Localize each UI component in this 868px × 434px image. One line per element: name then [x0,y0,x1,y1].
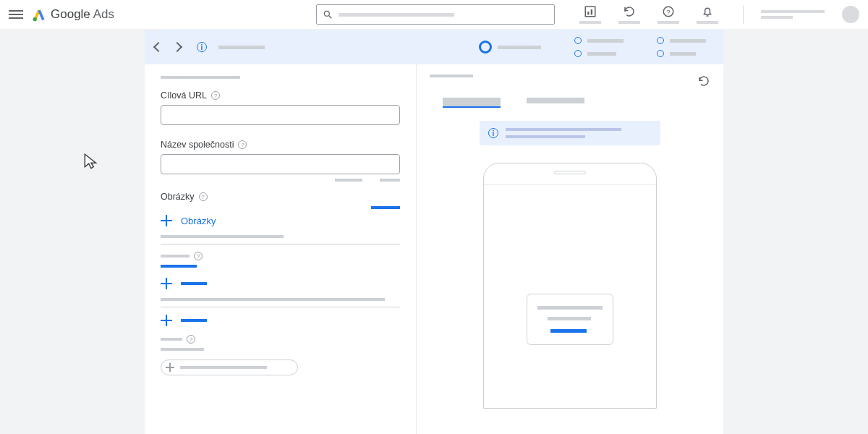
step-2[interactable] [574,37,624,57]
images-label: Obrázky? [161,192,400,202]
refresh-icon [623,5,636,18]
search-icon [323,9,333,20]
svg-rect-5 [591,9,592,15]
plus-icon [161,215,172,226]
step-3[interactable] [657,37,706,57]
ad-form: Cílová URL? Název společnosti? Obrázky? … [145,64,416,434]
info-icon: i [488,128,498,138]
svg-rect-3 [585,7,595,17]
section-label-2: ? [161,335,400,344]
hamburger-menu-icon[interactable] [9,10,23,19]
url-label: Cílová URL? [161,90,400,101]
reports-button[interactable] [579,5,601,24]
help-icon[interactable]: ? [199,192,208,201]
step-current [479,41,541,54]
logo: Google Ads [32,7,114,22]
company-label: Název společnosti? [161,140,400,150]
info-icon[interactable]: i [197,42,207,52]
phone-mockup [483,163,657,409]
plus-icon [166,363,174,372]
svg-point-1 [324,11,329,16]
help-button[interactable]: ? [658,5,679,24]
svg-line-2 [329,16,332,19]
preview-panel: i [416,64,723,434]
help-icon[interactable]: ? [211,91,220,100]
plus-icon [161,278,172,289]
svg-point-0 [33,17,37,21]
help-icon[interactable]: ? [187,335,195,344]
help-icon[interactable]: ? [238,140,247,149]
ad-preview-card [527,294,613,345]
reports-icon [584,5,597,18]
plus-icon [161,315,172,326]
add-item-button-2[interactable] [161,315,400,326]
company-input[interactable] [161,154,400,174]
add-item-button[interactable] [161,278,400,289]
svg-rect-4 [587,12,589,15]
add-images-button[interactable]: Obrázky [161,215,400,226]
svg-text:?: ? [666,8,671,16]
avatar[interactable] [842,6,859,23]
help-icon[interactable]: ? [194,252,203,260]
refresh-button[interactable] [618,5,640,24]
bell-icon [701,5,714,18]
preview-refresh-button[interactable] [697,75,710,88]
notifications-button[interactable] [697,5,718,24]
forward-button[interactable] [172,42,182,52]
help-icon: ? [662,5,675,18]
preview-notice: i [480,121,660,145]
google-ads-logo-icon [32,7,46,22]
stepper-bar: i [145,30,723,64]
search-input[interactable] [316,4,555,25]
account-switcher[interactable] [761,10,825,19]
brand-text: Google Ads [51,7,114,22]
preview-tab-2[interactable] [527,98,584,103]
preview-tab-1[interactable] [443,98,501,108]
url-input[interactable] [161,105,400,125]
chip-input[interactable] [161,359,298,375]
section-label: ? [161,252,400,260]
back-button[interactable] [153,42,163,52]
